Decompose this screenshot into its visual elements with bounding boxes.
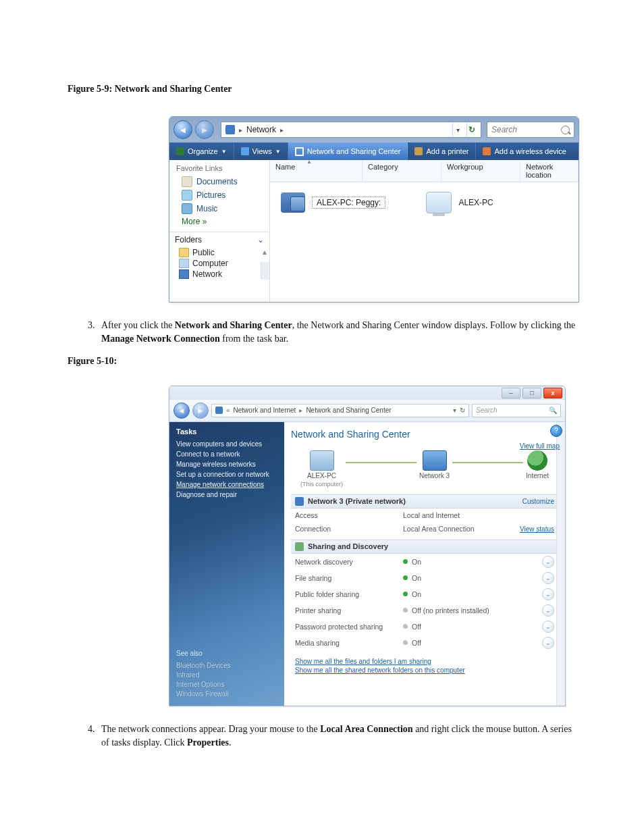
map-network: Network 3 (419, 450, 450, 488)
scroll-up-icon[interactable]: ▴ (263, 247, 267, 257)
link-show-shared-folders[interactable]: Show me all the shared network folders o… (295, 667, 554, 674)
printer-icon (414, 147, 423, 155)
documents-icon (182, 176, 192, 187)
tree-computer[interactable]: Computer (179, 258, 269, 269)
favorite-more[interactable]: More » (169, 215, 269, 230)
address-refresh-button[interactable]: ↻ (466, 123, 477, 136)
search-input[interactable]: Search (487, 122, 574, 138)
help-button[interactable]: ? (550, 425, 562, 437)
explorer-titlebar: ◄ ► ▸ Network ▸ ▾ ↻ Search (169, 117, 579, 142)
nav-forward-button[interactable]: ► (195, 120, 214, 139)
add-printer-button[interactable]: Add a printer (408, 142, 476, 160)
seealso-infrared[interactable]: Infrared (176, 671, 277, 679)
favorite-links-header: Favorite Links (169, 160, 269, 175)
tree-network[interactable]: Network (179, 269, 269, 280)
folders-header[interactable]: Folders ⌄ (169, 232, 269, 247)
task-setup-connection[interactable]: Set up a connection or network (176, 471, 277, 478)
network-icon (179, 269, 189, 279)
view-status-link[interactable]: View status (520, 525, 554, 533)
network-sharing-center-button[interactable]: Network and Sharing Center (288, 142, 408, 160)
figure-5-9-title: Network and Sharing Center (112, 84, 232, 94)
breadcrumb-lvl1: Network and Internet (234, 407, 296, 414)
map-this-computer: ALEX-PC (This computer) (300, 450, 343, 488)
row-network-discovery: Network discovery On ⌄ (291, 554, 558, 570)
col-network-location[interactable]: Network location (520, 160, 579, 182)
favorite-pictures[interactable]: Pictures (169, 188, 269, 202)
search-input[interactable]: Search 🔍 (472, 404, 561, 417)
task-view-computers[interactable]: View computers and devices (176, 440, 277, 448)
network-item-share-label: ALEX-PC: Peggy: (312, 197, 385, 209)
search-icon (561, 126, 570, 134)
network-icon (423, 450, 447, 471)
customize-link[interactable]: Customize (522, 498, 554, 505)
tasks-sidebar: Tasks View computers and devices Connect… (169, 422, 284, 706)
favorite-documents[interactable]: Documents (169, 175, 269, 188)
task-manage-connections[interactable]: Manage network connections (176, 481, 277, 488)
task-diagnose-repair[interactable]: Diagnose and repair (176, 491, 277, 498)
address-dropdown-button[interactable]: ▾ (453, 407, 456, 414)
figure-5-10-caption: Figure 5-10: (68, 356, 576, 367)
network-icon (295, 497, 304, 506)
row-connection: Connection Local Area Connection View st… (291, 522, 558, 536)
seealso-internet-options[interactable]: Internet Options (176, 681, 277, 688)
computer-icon (426, 192, 452, 213)
scrollbar[interactable] (556, 422, 565, 706)
add-wireless-device-button[interactable]: Add a wireless device (476, 142, 572, 160)
col-workgroup[interactable]: Workgroup (441, 160, 520, 182)
expand-button[interactable]: ⌄ (542, 572, 554, 584)
nav-pane: Favorite Links Documents Pictures Music … (169, 160, 270, 302)
network-item-computer[interactable]: ALEX-PC (426, 192, 493, 213)
expand-button[interactable]: ⌄ (542, 556, 554, 568)
expand-button[interactable]: ⌄ (542, 621, 554, 633)
favorite-music[interactable]: Music (169, 202, 269, 215)
step-3: After you click the Network and Sharing … (81, 319, 576, 346)
view-full-map-link[interactable]: View full map (520, 442, 560, 450)
task-connect-network[interactable]: Connect to a network (176, 450, 277, 458)
map-internet: Internet (526, 450, 549, 488)
network-icon (225, 125, 235, 134)
seealso-windows-firewall[interactable]: Windows Firewall (176, 690, 277, 698)
expand-button[interactable]: ⌄ (542, 604, 554, 617)
figure-5-10-label: Figure 5-10: (68, 356, 117, 366)
see-also-header: See also (176, 650, 277, 657)
map-line-icon (346, 462, 417, 463)
row-file-sharing: File sharing On ⌄ (291, 570, 558, 586)
views-button[interactable]: Views ▼ (234, 142, 288, 160)
nav-forward-button[interactable]: ► (192, 402, 209, 419)
scrollbar[interactable] (261, 262, 269, 280)
close-button[interactable]: x (543, 388, 562, 398)
address-bar[interactable]: ▸ Network ▸ ▾ ↻ (221, 122, 481, 138)
address-bar[interactable]: « Network and Internet ▸ Network and Sha… (211, 404, 469, 417)
explorer-content: ▲Name Category Workgroup Network locatio… (270, 160, 579, 302)
organize-button[interactable]: Organize ▼ (169, 142, 234, 160)
link-show-sharing-files[interactable]: Show me all the files and folders I am s… (295, 658, 554, 665)
breadcrumb-arrow-icon: ▸ (239, 126, 242, 134)
network-map: ALEX-PC (This computer) Network 3 Intern… (300, 450, 549, 488)
nav-back-button[interactable]: ◄ (173, 120, 192, 139)
figure-5-9-caption: Figure 5-9: Network and Sharing Center (68, 84, 576, 95)
tree-public[interactable]: Public (179, 247, 269, 258)
computer-icon (179, 259, 189, 268)
expand-button[interactable]: ⌄ (542, 637, 554, 649)
views-icon (241, 147, 249, 155)
seealso-bluetooth[interactable]: Bluetooth Devices (176, 662, 277, 669)
address-dropdown-button[interactable]: ▾ (452, 123, 462, 136)
address-refresh-button[interactable]: ↻ (460, 407, 465, 414)
col-name[interactable]: ▲Name (270, 160, 363, 182)
tasks-header: Tasks (176, 427, 277, 436)
task-manage-wireless[interactable]: Manage wireless networks (176, 461, 277, 468)
status-dot-off-icon (403, 624, 408, 629)
network-item-share[interactable]: ALEX-PC: Peggy: (281, 192, 385, 213)
minimize-button[interactable]: – (502, 388, 520, 398)
col-category[interactable]: Category (363, 160, 441, 182)
folder-icon (179, 248, 189, 257)
chevron-down-icon: ⌄ (257, 235, 264, 244)
expand-button[interactable]: ⌄ (542, 588, 554, 600)
maximize-button[interactable]: □ (522, 388, 541, 398)
footer-links: Show me all the files and folders I am s… (291, 655, 558, 677)
status-dot-on-icon (403, 559, 408, 564)
breadcrumb-arrow-icon: ▸ (280, 126, 284, 134)
status-dot-on-icon (403, 592, 408, 596)
nav-back-button[interactable]: ◄ (173, 402, 190, 419)
globe-icon (527, 450, 547, 471)
